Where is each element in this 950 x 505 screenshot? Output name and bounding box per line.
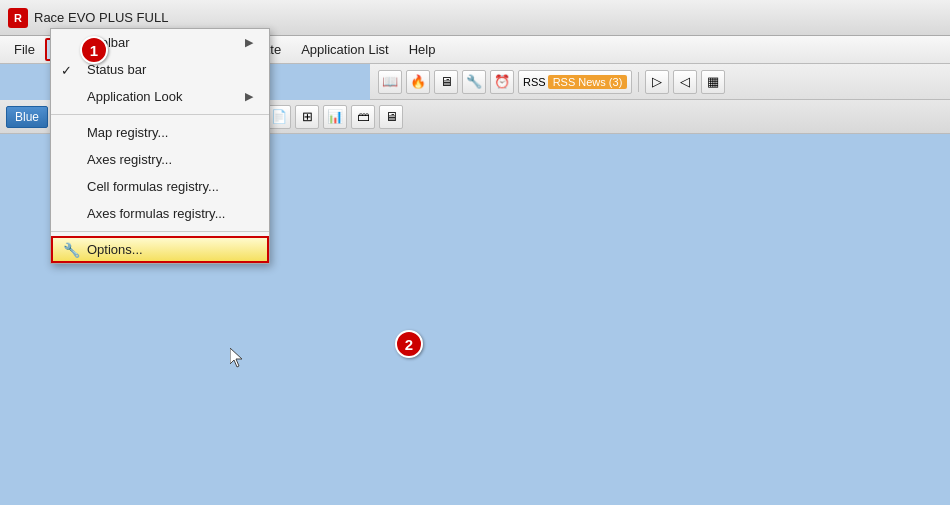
blue-button[interactable]: Blue — [6, 106, 48, 128]
separator-1 — [51, 114, 269, 115]
rss-news-badge: RSS News (3) — [548, 75, 628, 89]
wrench-icon: 🔧 — [63, 242, 80, 258]
toolbar-btn-tool[interactable]: 🔧 — [462, 70, 486, 94]
menu-help[interactable]: Help — [399, 38, 446, 61]
menu-applist[interactable]: Application List — [291, 38, 398, 61]
dropdown-options[interactable]: 🔧 Options... — [51, 236, 269, 263]
toolbar2-btn-chart[interactable]: 📊 — [323, 105, 347, 129]
toolbar2-btn-table[interactable]: 🗃 — [351, 105, 375, 129]
checkmark-icon: ✓ — [61, 62, 72, 77]
app-icon: R — [8, 8, 28, 28]
toolbar-sep-1 — [638, 72, 639, 92]
step-1-circle: 1 — [80, 36, 108, 64]
toolbar-1: 📖 🔥 🖥 🔧 ⏰ RSS RSS News (3) ▷ ◁ ▦ — [370, 64, 950, 100]
toolbar-btn-rss[interactable]: RSS RSS News (3) — [518, 70, 632, 94]
dropdown-axesformulas[interactable]: Axes formulas registry... — [51, 200, 269, 227]
toolbar-btn-monitor[interactable]: 🖥 — [434, 70, 458, 94]
show-dropdown: Toolbar ▶ ✓ Status bar Application Look … — [50, 28, 270, 264]
toolbar-btn-book[interactable]: 📖 — [378, 70, 402, 94]
step-2-circle: 2 — [395, 330, 423, 358]
toolbar2-btn-screen[interactable]: 🖥 — [379, 105, 403, 129]
menu-file[interactable]: File — [4, 38, 45, 61]
arrow-icon: ▶ — [245, 36, 253, 49]
dropdown-mapregistry[interactable]: Map registry... — [51, 119, 269, 146]
toolbar-btn-box[interactable]: ▦ — [701, 70, 725, 94]
toolbar-btn-clock[interactable]: ⏰ — [490, 70, 514, 94]
toolbar-btn-export[interactable]: ▷ — [645, 70, 669, 94]
toolbar-btn-import[interactable]: ◁ — [673, 70, 697, 94]
toolbar-btn-flame[interactable]: 🔥 — [406, 70, 430, 94]
app-title: Race EVO PLUS FULL — [34, 10, 168, 25]
dropdown-applook[interactable]: Application Look ▶ — [51, 83, 269, 110]
dropdown-axesregistry[interactable]: Axes registry... — [51, 146, 269, 173]
toolbar2-btn-grid[interactable]: ⊞ — [295, 105, 319, 129]
toolbar2-btn-paste[interactable]: 📄 — [267, 105, 291, 129]
rss-label: RSS — [523, 76, 546, 88]
dropdown-cellformulas[interactable]: Cell formulas registry... — [51, 173, 269, 200]
separator-2 — [51, 231, 269, 232]
arrow-icon-2: ▶ — [245, 90, 253, 103]
